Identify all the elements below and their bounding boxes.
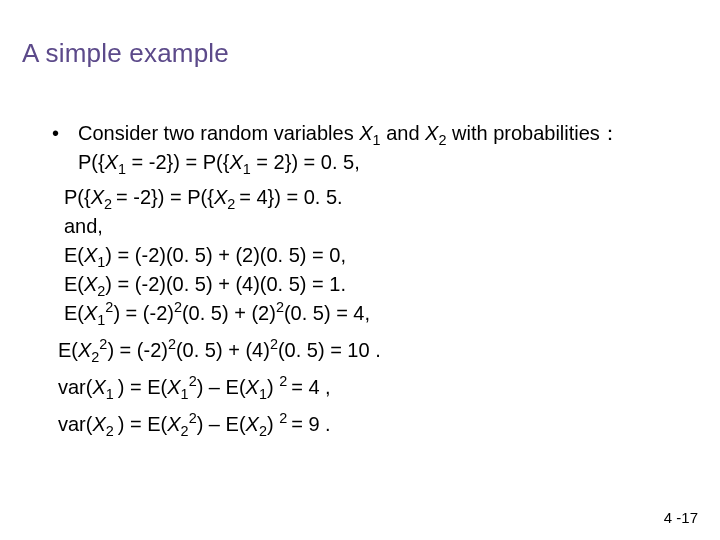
t: var(: [58, 376, 92, 398]
t: (0. 5) + (4): [176, 339, 270, 361]
slide-body: • Consider two random variables X1 and X…: [50, 120, 690, 438]
t: = 4}) = 0. 5.: [239, 186, 342, 208]
lead-end: with probabilities：: [446, 122, 619, 144]
ex1-line: E(X1) = (-2)(0. 5) + (2)(0. 5) = 0,: [64, 242, 690, 269]
bullet-text: Consider two random variables X1 and X2 …: [78, 120, 690, 176]
sup: 2: [174, 299, 182, 315]
sub: 2: [181, 423, 189, 439]
t: ) = E(: [118, 413, 167, 435]
t: = 4 ,: [291, 376, 330, 398]
var: X: [91, 186, 104, 208]
t: ) = (-2)(0. 5) + (4)(0. 5) = 1.: [105, 273, 346, 295]
sub: 2: [106, 423, 118, 439]
t: E(: [64, 273, 84, 295]
var1-line: var(X1 ) = E(X12) – E(X1) 2 = 4 ,: [58, 374, 690, 401]
t: ) = (-2): [107, 339, 168, 361]
t: E(: [58, 339, 78, 361]
t: ) = E(: [118, 376, 167, 398]
bullet-dot: •: [50, 120, 78, 176]
and-line: and,: [64, 213, 690, 240]
var-x1: X: [359, 122, 372, 144]
t: P({: [78, 151, 105, 173]
t: E(: [64, 244, 84, 266]
var2-line: var(X2 ) = E(X22) – E(X2) 2 = 9 .: [58, 411, 690, 438]
var: X: [84, 273, 97, 295]
sub: 1: [259, 386, 267, 402]
t: ) = (-2)(0. 5) + (2)(0. 5) = 0,: [105, 244, 346, 266]
t: ) – E(: [197, 376, 246, 398]
sub-1: 1: [373, 132, 381, 148]
sup: 2: [168, 336, 176, 352]
t: ) – E(: [197, 413, 246, 435]
sub: 1: [181, 386, 189, 402]
var: X: [84, 244, 97, 266]
t: ) = (-2): [113, 302, 174, 324]
var: X: [78, 339, 91, 361]
var: X: [92, 376, 105, 398]
sup: 2: [279, 410, 291, 426]
var: X: [214, 186, 227, 208]
t: E(: [64, 302, 84, 324]
lead-text: Consider two random variables: [78, 122, 359, 144]
slide: A simple example • Consider two random v…: [0, 0, 720, 540]
t: (0. 5) = 4,: [284, 302, 370, 324]
var: X: [84, 302, 97, 324]
t: ): [267, 376, 279, 398]
ex2sq-line: E(X22) = (-2)2(0. 5) + (4)2(0. 5) = 10 .: [58, 337, 690, 364]
sub: 2: [259, 423, 267, 439]
prob-line-2: P({X2 = -2}) = P({X2 = 4}) = 0. 5.: [64, 184, 690, 211]
sup: 2: [276, 299, 284, 315]
t: P({: [64, 186, 91, 208]
sub: 1: [118, 161, 126, 177]
ex2-line: E(X2) = (-2)(0. 5) + (4)(0. 5) = 1.: [64, 271, 690, 298]
t: (0. 5) + (2): [182, 302, 276, 324]
bullet-item: • Consider two random variables X1 and X…: [50, 120, 690, 176]
page-number: 4 -17: [664, 509, 698, 526]
sub: 2: [227, 196, 239, 212]
sup: 2: [189, 410, 197, 426]
sub: 1: [106, 386, 118, 402]
t: = -2}) = P({: [126, 151, 229, 173]
sup: 2: [189, 373, 197, 389]
sub: 1: [243, 161, 251, 177]
var-x2: X: [425, 122, 438, 144]
var: X: [246, 376, 259, 398]
t: = 2}) = 0. 5,: [251, 151, 360, 173]
ex1sq-line: E(X12) = (-2)2(0. 5) + (2)2(0. 5) = 4,: [64, 300, 690, 327]
var: X: [167, 413, 180, 435]
t: (0. 5) = 10 .: [278, 339, 381, 361]
var: X: [105, 151, 118, 173]
t: var(: [58, 413, 92, 435]
sup: 2: [270, 336, 278, 352]
t: ): [267, 413, 279, 435]
var: X: [229, 151, 242, 173]
var: X: [246, 413, 259, 435]
var: X: [92, 413, 105, 435]
lead-mid: and: [381, 122, 425, 144]
t: = -2}) = P({: [116, 186, 214, 208]
var: X: [167, 376, 180, 398]
sup: 2: [279, 373, 291, 389]
sub: 2: [104, 196, 116, 212]
slide-title: A simple example: [22, 38, 229, 69]
prob-line-1: P({X1 = -2}) = P({X1 = 2}) = 0. 5,: [78, 149, 690, 176]
t: = 9 .: [291, 413, 330, 435]
